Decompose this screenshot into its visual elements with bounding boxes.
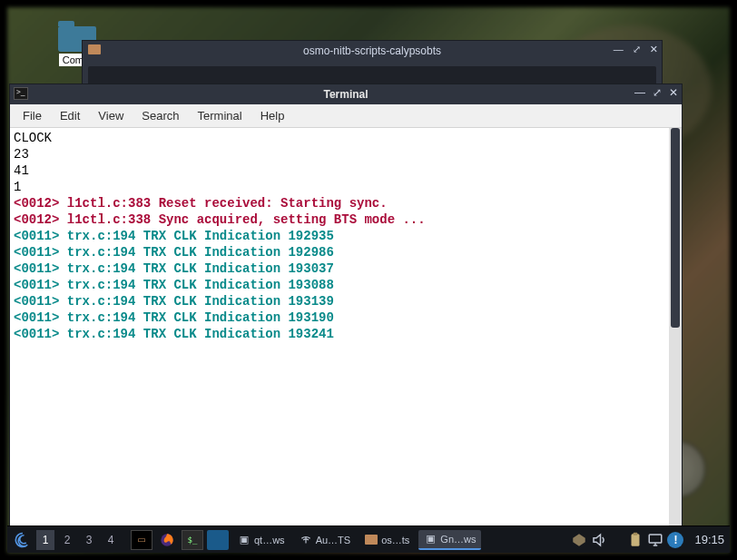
folder-icon: [365, 535, 378, 545]
taskbar-clock[interactable]: 19:15: [694, 533, 724, 546]
terminal-menubar: File Edit View Search Terminal Help: [10, 104, 682, 128]
terminal-line: <0011> trx.c:194 TRX CLK Indication 1932…: [14, 327, 334, 341]
scrollbar-thumb[interactable]: [671, 128, 680, 328]
firefox-icon: [160, 533, 174, 547]
taskbar-task-qt[interactable]: ▣ qt…ws: [232, 530, 290, 550]
terminal-title: Terminal: [323, 88, 368, 101]
spiral-logo-icon: [15, 532, 31, 548]
workspace-2[interactable]: 2: [58, 530, 76, 550]
launcher-show-desktop[interactable]: [207, 530, 229, 550]
svg-rect-3: [650, 535, 663, 543]
workspace-4[interactable]: 4: [102, 530, 120, 550]
maximize-button[interactable]: ⤢: [633, 44, 641, 55]
terminal-line: <0012> l1ctl.c:338 Sync acquired, settin…: [14, 212, 426, 227]
launcher-terminal[interactable]: $_: [182, 530, 203, 550]
taskbar-task-auts[interactable]: Au…TS: [294, 530, 357, 550]
file-manager-title: osmo-nitb-scripts-calypsobts: [303, 44, 441, 57]
minimize-button[interactable]: —: [614, 44, 624, 55]
terminal-line: <0011> trx.c:194 TRX CLK Indication 1930…: [14, 261, 334, 276]
start-menu-button[interactable]: [13, 530, 33, 550]
terminal-line: <0012> l1ctl.c:383 Reset received: Start…: [14, 196, 388, 211]
menu-view[interactable]: View: [89, 105, 133, 126]
tray-volume-icon[interactable]: [591, 532, 607, 548]
taskbar-task-osmo[interactable]: os…ts: [359, 530, 415, 550]
workspace-3[interactable]: 3: [80, 530, 98, 550]
folder-icon: [88, 44, 101, 54]
launcher-firefox[interactable]: [156, 530, 178, 550]
task-label: Au…TS: [316, 535, 351, 545]
minimize-button[interactable]: —: [634, 86, 645, 99]
terminal-line: <0011> trx.c:194 TRX CLK Indication 1931…: [14, 310, 334, 325]
close-button[interactable]: ✕: [669, 86, 678, 99]
terminal-window[interactable]: Terminal — ⤢ ✕ File Edit View Search Ter…: [9, 84, 683, 528]
maximize-button[interactable]: ⤢: [653, 86, 662, 99]
svg-rect-2: [634, 532, 638, 535]
task-label: Gn…ws: [440, 534, 476, 545]
menu-help[interactable]: Help: [251, 105, 294, 126]
network-icon: [300, 534, 312, 546]
tray-updates-icon[interactable]: [571, 532, 587, 548]
launcher-file-manager[interactable]: ▭: [131, 530, 152, 550]
terminal-icon: [14, 87, 28, 100]
terminal-line: <0011> trx.c:194 TRX CLK Indication 1930…: [14, 278, 334, 292]
task-label: qt…ws: [254, 535, 285, 545]
terminal-line: CLOCK: [14, 131, 52, 145]
scrollbar[interactable]: [669, 128, 682, 527]
file-manager-titlebar[interactable]: osmo-nitb-scripts-calypsobts — ⤢ ✕: [83, 41, 662, 61]
taskbar-task-terminal[interactable]: ▣ Gn…ws: [418, 530, 481, 550]
close-button[interactable]: ✕: [650, 44, 658, 55]
menu-file[interactable]: File: [14, 105, 51, 126]
workspace-1[interactable]: 1: [36, 530, 54, 550]
terminal-icon: ▣: [238, 534, 251, 546]
task-label: os…ts: [381, 535, 409, 545]
terminal-line: 1: [14, 180, 21, 194]
terminal-line: 23: [14, 147, 29, 162]
menu-edit[interactable]: Edit: [51, 105, 89, 126]
terminal-line: 41: [14, 163, 29, 178]
tray-clipboard-icon[interactable]: [627, 532, 644, 548]
taskbar: 1 2 3 4 ▭ $_ ▣ qt…ws Au…TS os…ts ▣ Gn…ws: [7, 526, 730, 553]
terminal-icon: ▣: [424, 533, 437, 545]
tray-monitor-icon[interactable]: [647, 532, 663, 548]
menu-search[interactable]: Search: [133, 105, 188, 126]
terminal-titlebar[interactable]: Terminal — ⤢ ✕: [10, 84, 682, 104]
svg-rect-1: [632, 534, 640, 546]
terminal-line: <0011> trx.c:194 TRX CLK Indication 1931…: [14, 294, 334, 309]
menu-terminal[interactable]: Terminal: [189, 105, 251, 126]
terminal-line: <0011> trx.c:194 TRX CLK Indication 1929…: [14, 229, 334, 243]
terminal-line: <0011> trx.c:194 TRX CLK Indication 1929…: [14, 245, 334, 260]
terminal-output: CLOCK 23 41 1 <0012> l1ctl.c:383 Reset r…: [14, 130, 678, 342]
terminal-body[interactable]: CLOCK 23 41 1 <0012> l1ctl.c:383 Reset r…: [10, 128, 682, 527]
tray-notification-badge[interactable]: !: [667, 532, 683, 548]
